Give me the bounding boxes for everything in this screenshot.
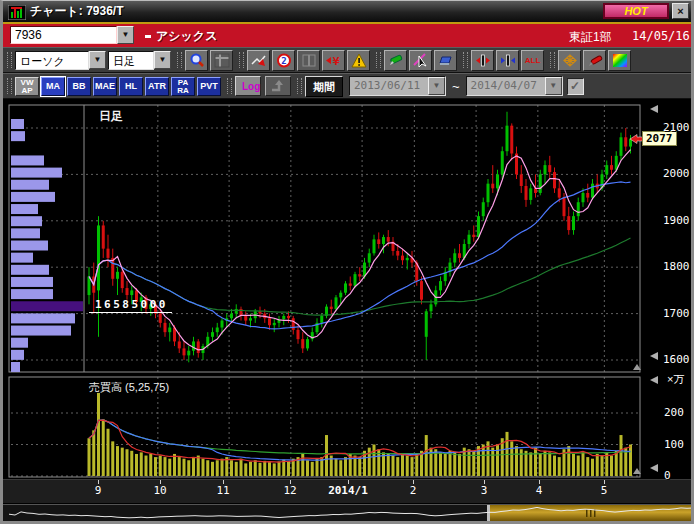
- date-to-field[interactable]: 2014/04/07 ▼: [466, 76, 563, 96]
- name-bullet-icon: [145, 35, 151, 38]
- vertical-line-button[interactable]: [297, 50, 320, 71]
- zoom-button[interactable]: [185, 50, 208, 71]
- date-from-dropdown-button[interactable]: ▼: [428, 77, 445, 95]
- volume-profile-bar: [11, 241, 48, 251]
- chart-type-value: ローソク: [15, 51, 89, 70]
- volume-profile-bar: [11, 326, 71, 336]
- log-scale-button[interactable]: Log: [235, 76, 261, 96]
- bb-button[interactable]: BB: [67, 77, 91, 96]
- select-cursor-button[interactable]: [409, 50, 432, 71]
- volume-profile-bar: [11, 338, 28, 348]
- volume-profile-bar: [11, 228, 40, 238]
- para-label2: RA: [177, 86, 189, 95]
- axis-scroll-arrow: [650, 464, 658, 472]
- alert-button[interactable]: [347, 50, 370, 71]
- toolbar-grip[interactable]: [463, 52, 468, 68]
- chart-window: チャート: 7936/T HOT × ▼ アシックス 東証1部 14/05/16…: [0, 0, 694, 524]
- toolbar-grip[interactable]: [7, 52, 12, 68]
- net-grid-icon: [562, 53, 578, 68]
- bar-width-expand-button[interactable]: [471, 50, 494, 71]
- volume-profile-bar: [11, 155, 44, 165]
- quote-date: 14/05/16: [632, 29, 690, 43]
- bar-width-shrink-button[interactable]: [496, 50, 519, 71]
- toolbar-grip[interactable]: [550, 52, 555, 68]
- volume-profile-bar: [11, 313, 75, 323]
- chart-canvas[interactable]: [3, 99, 691, 522]
- toolbar-grip[interactable]: [177, 52, 182, 68]
- ma-button[interactable]: MA: [41, 77, 65, 96]
- volume-profile-bar: [11, 216, 42, 226]
- network-button[interactable]: [558, 50, 581, 71]
- apply-settings-button[interactable]: [265, 76, 291, 96]
- date-to-dropdown-button[interactable]: ▼: [545, 77, 562, 95]
- marker-pen-icon: [587, 53, 603, 68]
- volume-profile-bar: [11, 168, 62, 178]
- hot-badge[interactable]: HOT: [603, 3, 669, 19]
- chart-type-dropdown-button[interactable]: ▼: [89, 51, 106, 69]
- crosshair-grid-icon: [214, 53, 230, 68]
- rainbow-chart-button[interactable]: [608, 50, 631, 71]
- rainbow-icon: [612, 53, 628, 68]
- toolbar-grip[interactable]: [297, 78, 302, 94]
- toolbar-grip[interactable]: [7, 78, 12, 94]
- pvt-button[interactable]: PVT: [197, 77, 221, 96]
- axis-scroll-arrow: [650, 352, 658, 360]
- marker-pen-button[interactable]: [583, 50, 606, 71]
- axis-scroll-arrow: [650, 105, 658, 113]
- svg-text:¥: ¥: [332, 55, 339, 68]
- toolbar-chart-tools: ローソク ▼ 日足 ▼ 2: [3, 47, 691, 73]
- quote-bar: ▼ アシックス 東証1部 14/05/16: [3, 24, 691, 47]
- price-line-button[interactable]: ¥: [322, 50, 345, 71]
- volume-profile-bar: [11, 350, 24, 360]
- stock-code-input[interactable]: [10, 26, 117, 44]
- date-range-tilde: ~: [452, 79, 460, 94]
- all-label: ALL: [525, 56, 541, 65]
- toolbar-grip[interactable]: [239, 52, 244, 68]
- price-marker-arrow-icon: [630, 135, 644, 144]
- volume-profile-bar: [11, 301, 83, 311]
- draw-pencil-button[interactable]: [384, 50, 407, 71]
- grid-cursor-button[interactable]: [210, 50, 233, 71]
- title-bar[interactable]: チャート: 7936/T HOT ×: [3, 1, 691, 22]
- show-all-button[interactable]: ALL: [521, 50, 544, 71]
- volume-profile-bar: [11, 289, 53, 299]
- date-from-field[interactable]: 2013/06/11 ▼: [349, 76, 446, 96]
- date-to-value: 2014/04/07: [467, 77, 545, 95]
- toolbar-grip[interactable]: [376, 52, 381, 68]
- window-title: チャート: 7936/T: [30, 3, 124, 20]
- hl-button[interactable]: HL: [119, 77, 143, 96]
- volume-profile-bar: [11, 131, 25, 141]
- yen-price-icon: ¥: [326, 53, 342, 68]
- toolbar-indicators: VWAP MA BB MAE HL ATR PARA PVT Log 期間 20…: [3, 73, 691, 99]
- timeframe-value: 日足: [108, 51, 154, 70]
- bent-arrow-icon: [270, 79, 286, 94]
- timeframe-dropdown-button[interactable]: ▼: [154, 51, 171, 69]
- vwap-button[interactable]: VWAP: [15, 77, 39, 96]
- para-button[interactable]: PARA: [171, 77, 195, 96]
- candle-shrink-icon: [500, 53, 516, 68]
- circled-2-icon: 2: [276, 53, 292, 68]
- navigator-thumb: [487, 505, 691, 521]
- volume-profile-bar: [11, 119, 24, 129]
- timeframe-combo[interactable]: 日足 ▼: [108, 51, 171, 70]
- volume-profile-bar: [11, 362, 20, 372]
- eraser-icon: [438, 53, 454, 68]
- stock-code-dropdown-button[interactable]: ▼: [117, 26, 134, 44]
- stock-name: アシックス: [156, 28, 217, 45]
- volume-profile-bar: [11, 192, 55, 202]
- period-button[interactable]: 期間: [305, 76, 343, 97]
- eraser-button[interactable]: [434, 50, 457, 71]
- atr-button[interactable]: ATR: [145, 77, 169, 96]
- mae-button[interactable]: MAE: [93, 77, 117, 96]
- chart-type-combo[interactable]: ローソク ▼: [15, 51, 106, 70]
- vertical-line-icon: [301, 53, 317, 68]
- market-label: 東証1部: [569, 29, 612, 46]
- indicator2-button[interactable]: 2: [272, 50, 295, 71]
- toolbar-grip[interactable]: [227, 78, 232, 94]
- period-checkbox[interactable]: ✓: [567, 78, 584, 95]
- trendline-button[interactable]: [247, 50, 270, 71]
- axis-scroll-arrow: [650, 376, 658, 384]
- close-button[interactable]: ×: [672, 3, 689, 19]
- warning-icon: [351, 53, 367, 68]
- vwap-label2: AP: [21, 86, 32, 95]
